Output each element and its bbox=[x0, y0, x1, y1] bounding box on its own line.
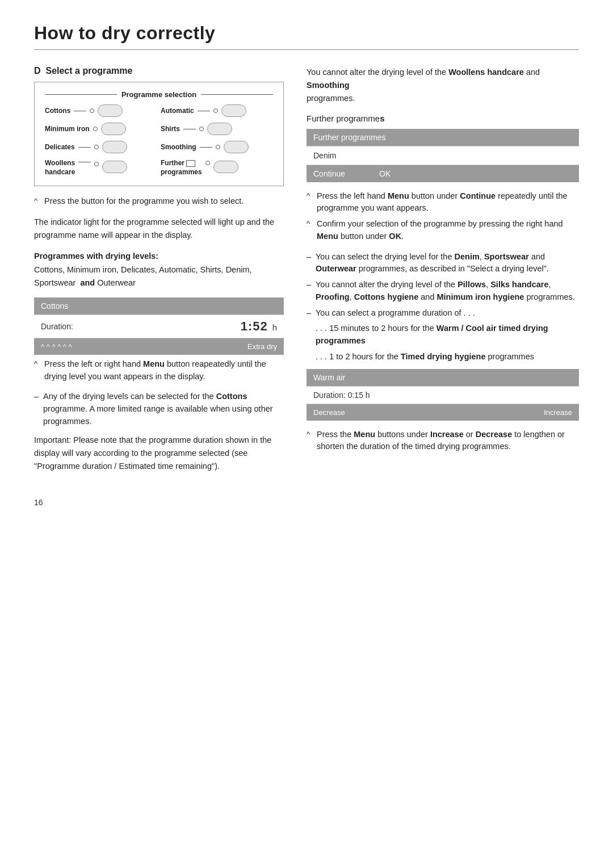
warm-air-header: Warm air bbox=[306, 369, 579, 386]
programme-selection-label: Programme selection bbox=[121, 90, 196, 99]
prog-minimum-iron: Minimum iron bbox=[45, 123, 157, 135]
final-bullet-1: Press the Menu buttons under Increase or… bbox=[306, 429, 579, 454]
main-content: D Select a programme Programme selection… bbox=[34, 66, 579, 481]
prog-smoothing-label: Smoothing bbox=[161, 143, 196, 151]
cannot-alter-text: You cannot alter the drying level of the… bbox=[306, 66, 579, 106]
programme-selection-header: Programme selection bbox=[45, 90, 273, 99]
prog-minimum-iron-btn[interactable] bbox=[101, 123, 126, 135]
prog-delicates: Delicates bbox=[45, 141, 157, 153]
prog-delicates-dot bbox=[94, 145, 99, 149]
further-bullet-list: Press the left hand Menu button under Co… bbox=[306, 190, 579, 243]
right-column: You cannot alter the drying level of the… bbox=[306, 66, 579, 461]
prog-further: Further programmes bbox=[161, 159, 273, 177]
further-programme-heading: Further programmes bbox=[306, 114, 579, 123]
prog-shirts-label: Shirts bbox=[161, 125, 180, 133]
prog-automatic: Automatic bbox=[161, 104, 273, 117]
drying-dash-list: Any of the drying levels can be selected… bbox=[34, 391, 284, 427]
select-programme-heading: D Select a programme bbox=[34, 66, 284, 76]
prog-further-dot bbox=[205, 161, 210, 165]
right-dash-list: You can select the drying level for the … bbox=[306, 251, 579, 363]
prog-automatic-dash bbox=[198, 111, 210, 111]
title-divider bbox=[34, 49, 579, 50]
prog-shirts-dash bbox=[183, 129, 196, 129]
prog-automatic-btn[interactable] bbox=[221, 104, 246, 117]
prog-shirts-dot bbox=[199, 127, 204, 131]
header-line-left bbox=[45, 94, 117, 95]
warm-air-footer: Decrease Increase bbox=[306, 404, 579, 421]
cottons-level-label: Extra dry bbox=[247, 342, 277, 351]
prog-delicates-label: Delicates bbox=[45, 143, 75, 151]
menu-bullet-list: Press the left or right hand Menu button… bbox=[34, 358, 284, 383]
prog-further-btn[interactable] bbox=[213, 161, 238, 173]
prog-delicates-dash bbox=[78, 147, 91, 148]
further-bullet-1: Press the left hand Menu button under Co… bbox=[306, 190, 579, 215]
select-bullet-1: Press the button for the programme you w… bbox=[34, 195, 284, 208]
prog-woollens-dash bbox=[78, 162, 91, 162]
cottons-header: Cottons bbox=[34, 297, 284, 315]
heading-letter: D bbox=[34, 66, 45, 76]
menu-bullet-text: Press the left or right hand Menu button… bbox=[44, 359, 266, 381]
drying-levels-heading: Programmes with drying levels: Cottons, … bbox=[34, 250, 284, 290]
prog-automatic-label: Automatic bbox=[161, 107, 194, 115]
prog-woollens-btn[interactable] bbox=[102, 161, 127, 173]
drying-dash-text: Any of the drying levels can be selected… bbox=[43, 392, 273, 426]
prog-woollens-dot bbox=[94, 162, 99, 166]
prog-delicates-btn[interactable] bbox=[102, 141, 127, 153]
prog-smoothing-btn[interactable] bbox=[224, 141, 249, 153]
cottons-duration-value: 1:52 h bbox=[241, 319, 277, 334]
prog-smoothing: Smoothing bbox=[161, 141, 273, 153]
prog-cottons-label: Cottons bbox=[45, 107, 70, 115]
page-number: 16 bbox=[34, 498, 579, 507]
prog-woollens: Woollenshandcare bbox=[45, 159, 157, 177]
drying-dash-1: Any of the drying levels can be selected… bbox=[34, 391, 284, 427]
prog-smoothing-dash bbox=[200, 147, 212, 148]
programme-grid: Cottons Automatic Minimum iron bbox=[45, 104, 273, 177]
prog-shirts: Shirts bbox=[161, 123, 273, 135]
right-dash-2: You cannot alter the drying level of the… bbox=[306, 279, 579, 304]
heading-text: Select a programme bbox=[45, 66, 132, 76]
warm-decrease: Decrease bbox=[313, 408, 345, 417]
further-header: Further programmes bbox=[306, 129, 579, 146]
right-dash-3: You can select a programme duration of .… bbox=[306, 307, 579, 363]
final-bullet-list: Press the Menu buttons under Increase or… bbox=[306, 429, 579, 454]
prog-minimum-iron-dot bbox=[93, 127, 98, 131]
prog-cottons-btn[interactable] bbox=[98, 104, 123, 117]
important-note: Important: Please note that the programm… bbox=[34, 434, 284, 473]
prog-smoothing-dot bbox=[216, 145, 220, 149]
prog-cottons-dash bbox=[74, 111, 86, 111]
header-line-right bbox=[201, 94, 273, 95]
further-bullet-2: Confirm your selection of the programme … bbox=[306, 218, 579, 243]
further-item-denim: Denim bbox=[306, 146, 579, 165]
select-bullet-list: Press the button for the programme you w… bbox=[34, 195, 284, 208]
prog-automatic-dot bbox=[213, 108, 218, 113]
further-display-box: Further programmes Denim Continue OK bbox=[306, 129, 579, 182]
right-dash-1: You can select the drying level for the … bbox=[306, 251, 579, 276]
page-title: How to dry correctly bbox=[34, 23, 579, 44]
prog-further-label: Further programmes bbox=[161, 159, 202, 177]
warm-increase: Increase bbox=[544, 408, 572, 417]
programme-selection-box: Programme selection Cottons Automatic bbox=[34, 82, 284, 186]
warm-air-duration: Duration: 0:15 h bbox=[306, 386, 579, 404]
cottons-duration-row: Duration: 1:52 h bbox=[34, 315, 284, 338]
prog-cottons-dot bbox=[90, 108, 94, 113]
cottons-footer: ^ ^ ^ ^ ^ ^ Extra dry bbox=[34, 338, 284, 355]
cottons-duration-label: Duration: bbox=[41, 322, 73, 331]
further-ok: OK bbox=[379, 169, 391, 178]
prog-woollens-label: Woollenshandcare bbox=[45, 159, 75, 177]
further-continue: Continue bbox=[313, 169, 345, 178]
cottons-carets: ^ ^ ^ ^ ^ ^ bbox=[41, 342, 72, 351]
prog-minimum-iron-label: Minimum iron bbox=[45, 125, 90, 133]
warm-air-box: Warm air Duration: 0:15 h Decrease Incre… bbox=[306, 369, 579, 421]
prog-cottons: Cottons bbox=[45, 104, 157, 117]
select-programme-section: D Select a programme Programme selection… bbox=[34, 66, 284, 290]
cottons-display-box: Cottons Duration: 1:52 h ^ ^ ^ ^ ^ ^ Ext… bbox=[34, 297, 284, 355]
prog-shirts-btn[interactable] bbox=[207, 123, 232, 135]
menu-bullet-1: Press the left or right hand Menu button… bbox=[34, 358, 284, 383]
left-column: D Select a programme Programme selection… bbox=[34, 66, 284, 481]
further-footer: Continue OK bbox=[306, 165, 579, 182]
indicator-light-text: The indicator light for the programme se… bbox=[34, 216, 284, 242]
